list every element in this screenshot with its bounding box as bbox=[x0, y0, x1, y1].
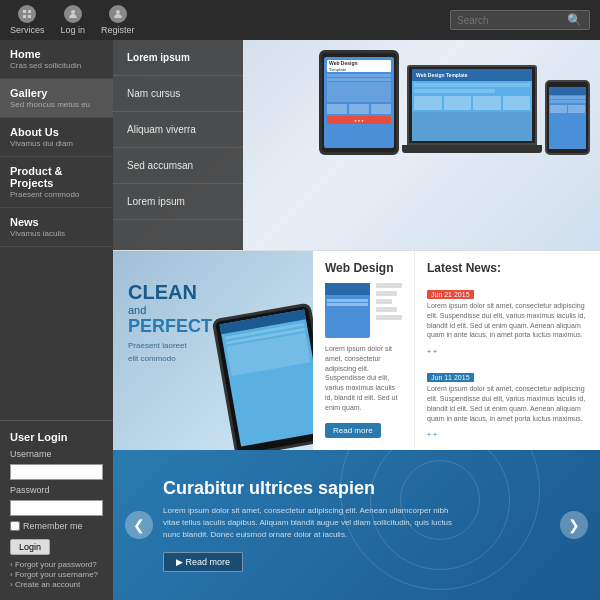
web-design-mockup bbox=[325, 283, 402, 338]
banner-read-more-button[interactable]: ▶ Read more bbox=[163, 552, 243, 572]
phone-mockup bbox=[545, 80, 590, 155]
sidebar: Home Cras sed sollicitudin Gallery Sed r… bbox=[0, 40, 113, 600]
sidebar-item-home[interactable]: Home Cras sed sollicitudin bbox=[0, 40, 113, 79]
search-input[interactable] bbox=[457, 15, 567, 26]
password-input[interactable] bbox=[10, 500, 103, 516]
sidebar-home-title: Home bbox=[10, 48, 103, 60]
sidebar-item-news[interactable]: News Vivamus iaculis bbox=[0, 208, 113, 247]
banner-text: Lorem ipsum dolor sit amet, consectetur … bbox=[163, 505, 463, 541]
web-read-more-button[interactable]: Read more bbox=[325, 423, 381, 438]
clean-text: CLEAN bbox=[128, 281, 212, 304]
perfect-text: PERFECT bbox=[128, 316, 212, 337]
login-label: Log in bbox=[61, 25, 86, 35]
sub-text-1: Praesent laoreet bbox=[128, 341, 212, 350]
forgot-password-link[interactable]: Forgot your password? bbox=[10, 560, 103, 569]
services-icon bbox=[18, 5, 36, 23]
sidebar-home-sub: Cras sed sollicitudin bbox=[10, 61, 103, 70]
sidebar-item-gallery[interactable]: Gallery Sed rhoncus metus eu bbox=[0, 79, 113, 118]
news-date-badge-0: Jun 21 2015 bbox=[427, 290, 474, 299]
sidebar-gallery-sub: Sed rhoncus metus eu bbox=[10, 100, 103, 109]
tablet-hand-area: CLEAN and PERFECT Praesent laoreet elit … bbox=[113, 251, 313, 450]
news-text-0: Lorem ipsum dolor sit amet, consectetur … bbox=[427, 301, 588, 340]
search-bar[interactable]: 🔍 bbox=[450, 10, 590, 30]
news-more-0[interactable]: + + bbox=[427, 348, 437, 355]
sidebar-about-sub: Vivamus dui diam bbox=[10, 139, 103, 148]
user-login-title: User Login bbox=[10, 431, 103, 443]
banner-title: Curabitur ultrices sapien bbox=[163, 478, 463, 499]
search-icon: 🔍 bbox=[567, 13, 582, 27]
phone-screen bbox=[549, 87, 586, 149]
devices-container: Web DesignTemplate ● ● ● bbox=[319, 50, 590, 155]
svg-rect-0 bbox=[23, 10, 26, 13]
and-text: and bbox=[128, 304, 212, 316]
username-label: Username bbox=[10, 449, 103, 459]
bottom-banner: ❮ Curabitur ultrices sapien Lorem ipsum … bbox=[113, 450, 600, 600]
web-design-area: Web Design bbox=[313, 251, 415, 450]
mockup-blue-block bbox=[325, 283, 370, 338]
mockup-text-lines bbox=[376, 283, 402, 338]
register-nav-item[interactable]: Register bbox=[101, 5, 135, 35]
sidebar-gallery-title: Gallery bbox=[10, 87, 103, 99]
svg-point-5 bbox=[116, 10, 120, 14]
login-nav-item[interactable]: Log in bbox=[61, 5, 86, 35]
services-nav-item[interactable]: Services bbox=[10, 5, 45, 35]
sub-text-2: elit commodo bbox=[128, 354, 212, 363]
dropdown-item-0[interactable]: Lorem ipsum bbox=[113, 40, 243, 76]
login-button[interactable]: Login bbox=[10, 539, 50, 555]
news-item-0: Jun 21 2015 Lorem ipsum dolor sit amet, … bbox=[427, 283, 588, 358]
news-item-1: Jun 11 2015 Lorem ipsum dolor sit amet, … bbox=[427, 366, 588, 441]
dropdown-item-2[interactable]: Aliquam viverra bbox=[113, 112, 243, 148]
user-login-panel: User Login Username Password Remember me… bbox=[0, 420, 113, 600]
remember-row: Remember me bbox=[10, 521, 103, 531]
mid-section: CLEAN and PERFECT Praesent laoreet elit … bbox=[113, 250, 600, 450]
login-icon bbox=[64, 5, 82, 23]
mockup-line-1 bbox=[376, 283, 402, 288]
remember-checkbox[interactable] bbox=[10, 521, 20, 531]
dropdown-menu: Lorem ipsum Nam cursus Aliquam viverra S… bbox=[113, 40, 243, 250]
mockup-line-5 bbox=[376, 315, 402, 320]
tablet-hand-text: CLEAN and PERFECT Praesent laoreet elit … bbox=[128, 281, 212, 363]
svg-rect-1 bbox=[28, 10, 31, 13]
sidebar-news-title: News bbox=[10, 216, 103, 228]
svg-point-4 bbox=[71, 10, 75, 14]
latest-news-title: Latest News: bbox=[427, 261, 588, 275]
username-input[interactable] bbox=[10, 464, 103, 480]
news-text-1: Lorem ipsum dolor sit amet, consectetur … bbox=[427, 384, 588, 423]
mockup-line-3 bbox=[376, 299, 392, 304]
forgot-username-link[interactable]: Forgot your username? bbox=[10, 570, 103, 579]
web-design-title: Web Design bbox=[325, 261, 402, 275]
sidebar-item-about[interactable]: About Us Vivamus dui diam bbox=[0, 118, 113, 157]
sidebar-products-sub: Praesent commodo bbox=[10, 190, 103, 199]
main-layout: Home Cras sed sollicitudin Gallery Sed r… bbox=[0, 40, 600, 600]
sidebar-item-products[interactable]: Product & Projects Praesent commodo bbox=[0, 157, 113, 208]
create-account-link[interactable]: Create an account bbox=[10, 580, 103, 589]
top-navigation: Services Log in Register 🔍 bbox=[0, 0, 600, 40]
tablet-mockup: Web DesignTemplate ● ● ● bbox=[319, 50, 399, 155]
sidebar-products-title: Product & Projects bbox=[10, 165, 103, 189]
hero-section: Lorem ipsum Nam cursus Aliquam viverra S… bbox=[113, 40, 600, 250]
login-links: Forgot your password? Forgot your userna… bbox=[10, 560, 103, 589]
register-icon bbox=[109, 5, 127, 23]
sidebar-about-title: About Us bbox=[10, 126, 103, 138]
laptop-screen: Web Design Template bbox=[407, 65, 537, 145]
banner-content: Curabitur ultrices sapien Lorem ipsum do… bbox=[163, 478, 463, 572]
dropdown-item-4[interactable]: Lorem ipsum bbox=[113, 184, 243, 220]
register-label: Register bbox=[101, 25, 135, 35]
web-design-description: Lorem ipsum dolor sit amet, consectetur … bbox=[325, 344, 402, 413]
banner-arrow-right[interactable]: ❯ bbox=[560, 511, 588, 539]
content-area: Lorem ipsum Nam cursus Aliquam viverra S… bbox=[113, 40, 600, 600]
latest-news-area: Latest News: Jun 21 2015 Lorem ipsum dol… bbox=[415, 251, 600, 450]
tablet-content: Web DesignTemplate ● ● ● bbox=[324, 57, 394, 148]
services-label: Services bbox=[10, 25, 45, 35]
dropdown-item-1[interactable]: Nam cursus bbox=[113, 76, 243, 112]
svg-rect-3 bbox=[28, 15, 31, 18]
remember-label: Remember me bbox=[23, 521, 83, 531]
dropdown-item-3[interactable]: Sed accumsan bbox=[113, 148, 243, 184]
mockup-line-4 bbox=[376, 307, 397, 312]
laptop-mockup: Web Design Template bbox=[407, 65, 537, 155]
banner-arrow-left[interactable]: ❮ bbox=[125, 511, 153, 539]
news-more-1[interactable]: + + bbox=[427, 431, 437, 438]
hand-tablet bbox=[212, 302, 313, 450]
laptop-base bbox=[402, 145, 542, 153]
password-label: Password bbox=[10, 485, 103, 495]
